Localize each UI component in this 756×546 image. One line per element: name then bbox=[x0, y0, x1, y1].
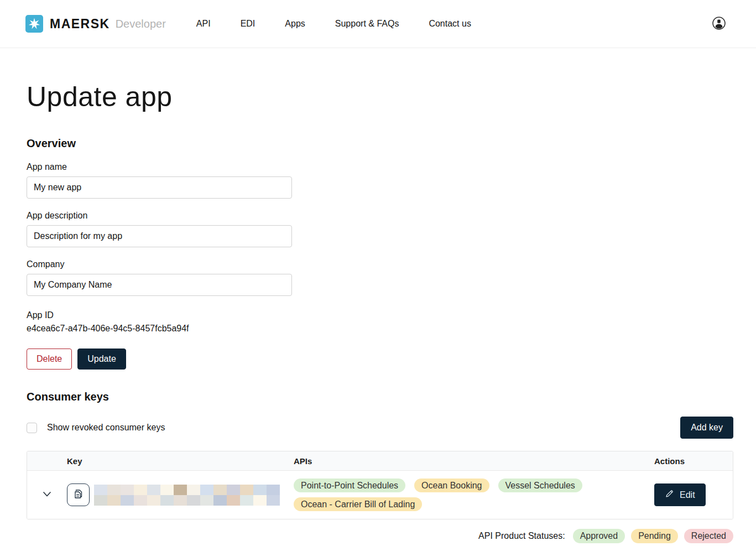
api-badge: Ocean - Carrier Bill of Lading bbox=[294, 497, 422, 511]
app-name-input[interactable] bbox=[27, 176, 292, 199]
status-legend: API Product Statuses: Approved Pending R… bbox=[27, 529, 733, 543]
show-revoked-label[interactable]: Show revoked consumer keys bbox=[47, 423, 165, 433]
status-badge-approved: Approved bbox=[573, 529, 625, 543]
chevron-down-icon bbox=[41, 488, 53, 502]
nav-item-api[interactable]: API bbox=[181, 13, 226, 34]
brand-logo-link[interactable]: MAERSK Developer bbox=[25, 15, 166, 33]
update-button[interactable]: Update bbox=[77, 349, 126, 370]
edit-key-button[interactable]: Edit bbox=[654, 483, 706, 506]
user-account-icon bbox=[711, 15, 727, 33]
show-revoked-checkbox-group: Show revoked consumer keys bbox=[27, 423, 165, 433]
nav-item-support-faqs[interactable]: Support & FAQs bbox=[320, 13, 414, 34]
copy-icon bbox=[72, 488, 85, 502]
redacted-key bbox=[94, 485, 280, 506]
api-badge: Vessel Schedules bbox=[498, 479, 582, 492]
brand-suffix: Developer bbox=[116, 18, 166, 30]
consumer-keys-table: Key APIs Actions bbox=[27, 451, 733, 519]
pencil-icon bbox=[665, 489, 674, 501]
consumer-keys-controls: Show revoked consumer keys Add key bbox=[27, 417, 733, 439]
nav-item-edi[interactable]: EDI bbox=[226, 13, 270, 34]
add-key-button[interactable]: Add key bbox=[680, 417, 733, 439]
copy-key-button[interactable] bbox=[67, 483, 90, 506]
column-header-apis: APIs bbox=[294, 456, 654, 466]
delete-button[interactable]: Delete bbox=[27, 349, 72, 370]
nav-item-apps[interactable]: Apps bbox=[270, 13, 320, 34]
maersk-star-icon bbox=[25, 15, 43, 33]
table-row: Point-to-Point Schedules Ocean Booking V… bbox=[27, 471, 733, 519]
main-nav: API EDI Apps Support & FAQs Contact us bbox=[181, 13, 486, 34]
app-description-field-group: App description bbox=[27, 211, 733, 247]
api-badge: Point-to-Point Schedules bbox=[294, 479, 405, 492]
status-badge-pending: Pending bbox=[631, 529, 678, 543]
app-description-input[interactable] bbox=[27, 225, 292, 247]
company-field-group: Company bbox=[27, 259, 733, 296]
company-label: Company bbox=[27, 259, 733, 269]
api-badges: Point-to-Point Schedules Ocean Booking V… bbox=[294, 479, 654, 511]
page-title: Update app bbox=[27, 79, 733, 115]
user-account-button[interactable] bbox=[711, 15, 727, 33]
table-header-row: Key APIs Actions bbox=[27, 451, 733, 471]
overview-actions: Delete Update bbox=[27, 349, 733, 370]
edit-button-label: Edit bbox=[680, 490, 695, 500]
app-id-value: e4cea6c7-a47b-406e-94c5-8457fcb5a94f bbox=[27, 324, 733, 334]
status-legend-label: API Product Statuses: bbox=[478, 531, 565, 541]
nav-item-contact-us[interactable]: Contact us bbox=[414, 13, 486, 34]
app-id-label: App ID bbox=[27, 310, 733, 320]
brand-name: MAERSK bbox=[50, 17, 110, 32]
status-badge-rejected: Rejected bbox=[684, 529, 733, 543]
column-header-key: Key bbox=[67, 456, 294, 466]
app-name-label: App name bbox=[27, 162, 733, 172]
column-header-actions: Actions bbox=[654, 456, 733, 466]
overview-heading: Overview bbox=[27, 137, 733, 150]
app-name-field-group: App name bbox=[27, 162, 733, 199]
company-input[interactable] bbox=[27, 274, 292, 296]
site-header: MAERSK Developer API EDI Apps Support & … bbox=[0, 0, 756, 48]
main-content: Update app Overview App name App descrip… bbox=[0, 79, 756, 543]
api-badge: Ocean Booking bbox=[414, 479, 489, 492]
expand-row-button[interactable] bbox=[38, 485, 56, 505]
consumer-keys-heading: Consumer keys bbox=[27, 391, 733, 403]
app-description-label: App description bbox=[27, 211, 733, 221]
show-revoked-checkbox[interactable] bbox=[27, 423, 37, 433]
